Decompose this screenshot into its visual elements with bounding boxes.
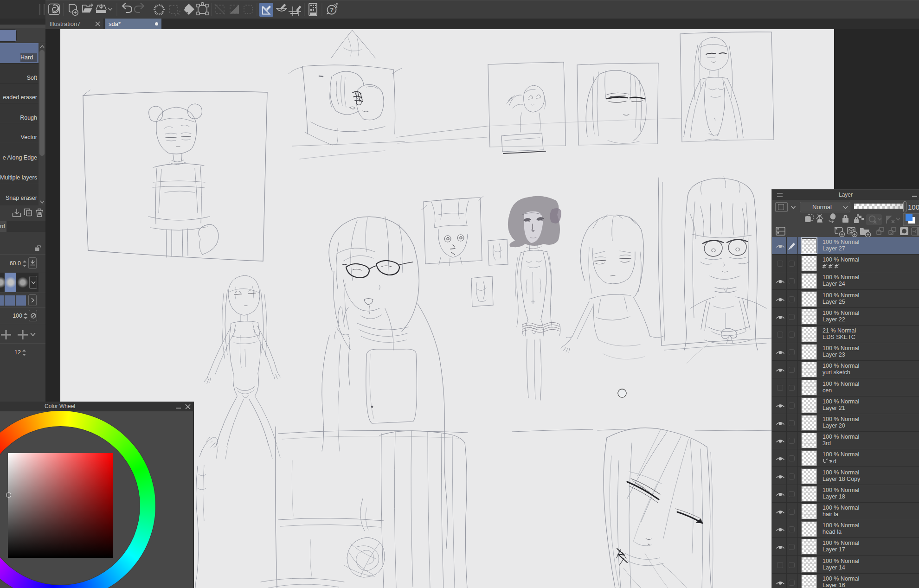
svg-text:?: ? [330,6,334,13]
svg-text:d: d [833,459,836,464]
